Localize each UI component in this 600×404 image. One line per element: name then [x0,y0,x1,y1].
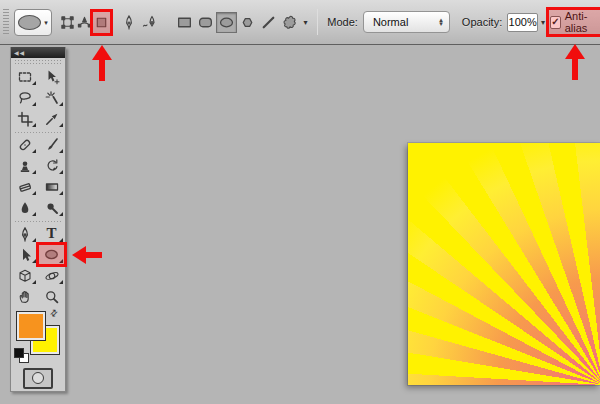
move-icon [44,69,60,85]
tool-move[interactable] [38,66,65,87]
options-bar-grip[interactable] [3,9,9,35]
ellipse-icon [218,14,235,31]
tool-gradient[interactable] [38,176,65,197]
hand-icon [17,289,33,305]
tool-path-selection[interactable] [11,244,38,265]
polygon-tool-button[interactable] [237,12,258,33]
tool-eraser[interactable] [11,176,38,197]
orbit-3d-icon [44,268,60,284]
tool-hand[interactable] [11,286,38,307]
fill-pixels-button[interactable] [93,12,110,33]
tool-crop[interactable] [11,108,38,129]
pen-icon [17,226,33,242]
tool-spot-healing-brush[interactable] [11,134,38,155]
arrow-to-fill-pixels [92,45,112,81]
rectangle-icon [176,14,193,31]
opacity-chevron-icon[interactable]: ▾ [541,18,545,27]
mode-dropdown[interactable]: Normal ▴▾ [363,11,450,33]
quick-selection-icon [44,90,60,106]
anti-alias-highlight-wrap: ✓ Anti-alias [550,10,600,34]
toolbox-panel: ◀◀ [10,47,66,392]
toolbox-header[interactable]: ◀◀ [11,47,65,58]
line-tool-button[interactable] [258,12,279,33]
polygon-icon [239,14,256,31]
tool-eyedropper[interactable] [38,108,65,129]
swap-colors-icon[interactable]: ⇄ [48,307,60,319]
ellipse-shape-icon [43,246,60,263]
tool-pen[interactable] [11,223,38,244]
anti-alias-label: Anti-alias [565,10,600,34]
history-brush-icon [44,158,60,174]
toolbox-grip[interactable] [14,59,62,65]
chevron-down-icon: ▾ [44,19,48,26]
tool-ellipse-shape[interactable] [38,244,65,265]
tool-preset-button[interactable]: ▾ [14,9,53,36]
opacity-label: Opacity: [462,16,502,28]
tool-quick-selection[interactable] [38,87,65,108]
tool-3d-orbit[interactable] [38,265,65,286]
anti-alias-checkbox[interactable]: ✓ [550,16,561,29]
options-bar: ▾ [0,0,600,45]
document-canvas-sunburst[interactable] [408,143,600,385]
paths-button[interactable] [76,12,93,33]
tool-blur[interactable] [11,197,38,218]
ellipse-tool-button[interactable] [216,12,237,33]
path-selection-icon [17,247,33,263]
shape-layers-icon [60,15,75,30]
paths-icon [77,15,92,30]
crop-icon [17,111,33,127]
opacity-field[interactable]: 100% [507,13,538,32]
fill-pixels-highlight-wrap [93,12,110,33]
arrow-to-ellipse-tool [72,246,102,264]
rounded-rectangle-icon [197,14,214,31]
foreground-color-swatch[interactable] [16,311,46,341]
mode-value: Normal [364,16,439,28]
tool-dodge[interactable] [38,197,65,218]
clone-stamp-icon [17,158,33,174]
blur-drop-icon [17,200,33,216]
color-swatches: ⇄ [11,307,65,365]
shape-layers-button[interactable] [59,12,76,33]
freeform-pen-tool-button[interactable] [139,12,160,33]
rectangle-tool-button[interactable] [174,12,195,33]
eraser-icon [17,179,33,195]
ellipse-preset-icon [18,15,41,30]
custom-shape-icon [281,14,298,31]
pen-icon [121,14,137,30]
fill-pixels-icon [94,15,109,30]
custom-shape-tool-button[interactable] [279,12,300,33]
arrow-to-anti-alias [565,44,585,80]
divider [317,9,319,35]
rounded-rectangle-tool-button[interactable] [195,12,216,33]
brush-icon [44,137,60,153]
tool-brush[interactable] [38,134,65,155]
tool-lasso[interactable] [11,87,38,108]
tool-type[interactable]: T [38,223,65,244]
tool-rectangular-marquee[interactable] [11,66,38,87]
quick-mask-button[interactable] [23,368,53,389]
line-icon [260,14,277,31]
tool-zoom[interactable] [38,286,65,307]
pen-tool-button[interactable] [118,12,139,33]
shape-options-chevron-icon[interactable]: ▾ [303,18,307,27]
tool-3d-rotate[interactable] [11,265,38,286]
gradient-icon [44,179,60,195]
lasso-icon [17,90,33,106]
magnifier-icon [44,289,60,305]
healing-brush-icon [17,137,33,153]
type-tool-icon: T [46,226,56,241]
cube-3d-icon [17,268,33,284]
dodge-icon [44,200,60,216]
quick-mask-circle-icon [32,372,44,384]
default-foreground-icon [14,348,24,358]
default-colors-button[interactable] [14,348,28,362]
tool-clone-stamp[interactable] [11,155,38,176]
check-icon: ✓ [551,17,559,27]
marquee-icon [17,69,33,85]
tool-history-brush[interactable] [38,155,65,176]
eyedropper-icon [44,111,60,127]
popup-arrows-icon: ▴▾ [439,18,449,27]
collapse-icon: ◀◀ [14,49,25,56]
mode-label: Mode: [327,16,358,28]
opacity-value: 100% [509,16,537,28]
